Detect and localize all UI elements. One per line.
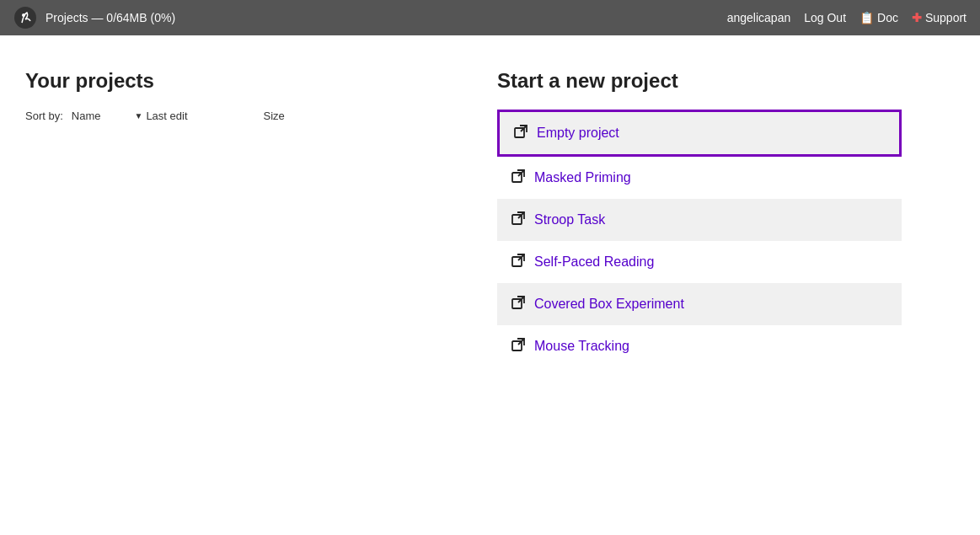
external-link-icon — [511, 337, 526, 356]
main-content: Your projects Sort by: Name ▼ Last edit … — [0, 35, 980, 401]
external-link-icon — [511, 253, 526, 271]
project-item[interactable]: Self-Paced Reading — [497, 241, 902, 283]
logo-icon — [13, 6, 37, 29]
support-link[interactable]: ✚ Support — [912, 11, 967, 24]
book-icon: 📋 — [860, 11, 874, 24]
external-link-icon — [513, 124, 528, 142]
project-label: Self-Paced Reading — [534, 254, 654, 270]
cross-icon: ✚ — [912, 11, 922, 24]
project-list: Empty project Masked Priming Stroop Task… — [497, 110, 902, 367]
project-item[interactable]: Stroop Task — [497, 199, 902, 241]
storage-info: 0/64MB (0%) — [106, 11, 175, 24]
sort-name-button[interactable]: Name — [72, 110, 101, 122]
project-item[interactable]: Masked Priming — [497, 157, 902, 199]
projects-label: Projects — [46, 11, 88, 24]
project-label: Mouse Tracking — [534, 339, 629, 354]
sort-size-button[interactable]: Size — [264, 110, 285, 122]
external-link-icon — [511, 169, 526, 187]
support-label: Support — [925, 11, 967, 24]
username-label: angelicapan — [727, 11, 791, 24]
project-label: Empty project — [537, 126, 619, 141]
svg-point-0 — [14, 7, 36, 29]
doc-link[interactable]: 📋 Doc — [860, 11, 898, 24]
sort-label: Sort by: — [25, 110, 63, 122]
header-right: angelicapan Log Out 📋 Doc ✚ Support — [727, 11, 967, 24]
right-panel: Start a new project Empty project Masked… — [497, 69, 955, 367]
external-link-icon — [511, 211, 526, 229]
project-item[interactable]: Empty project — [497, 110, 902, 157]
header: Projects — 0/64MB (0%) angelicapan Log O… — [0, 0, 980, 35]
header-title: Projects — 0/64MB (0%) — [46, 11, 175, 24]
new-project-title: Start a new project — [497, 69, 955, 93]
sort-lastedit-label: Last edit — [146, 110, 187, 122]
sort-bar: Sort by: Name ▼ Last edit Size — [25, 110, 430, 122]
svg-point-1 — [22, 13, 25, 17]
project-item[interactable]: Mouse Tracking — [497, 325, 902, 367]
header-left: Projects — 0/64MB (0%) — [13, 6, 175, 29]
your-projects-title: Your projects — [25, 69, 430, 93]
logout-button[interactable]: Log Out — [804, 11, 846, 24]
left-panel: Your projects Sort by: Name ▼ Last edit … — [25, 69, 430, 367]
project-label: Masked Priming — [534, 170, 631, 185]
project-label: Stroop Task — [534, 212, 605, 227]
sort-arrow-icon: ▼ — [134, 111, 142, 120]
external-link-icon — [511, 295, 526, 313]
project-item[interactable]: Covered Box Experiment — [497, 283, 902, 325]
sort-lastedit-button[interactable]: ▼ Last edit — [134, 110, 187, 122]
doc-label: Doc — [877, 11, 898, 24]
project-label: Covered Box Experiment — [534, 297, 684, 312]
